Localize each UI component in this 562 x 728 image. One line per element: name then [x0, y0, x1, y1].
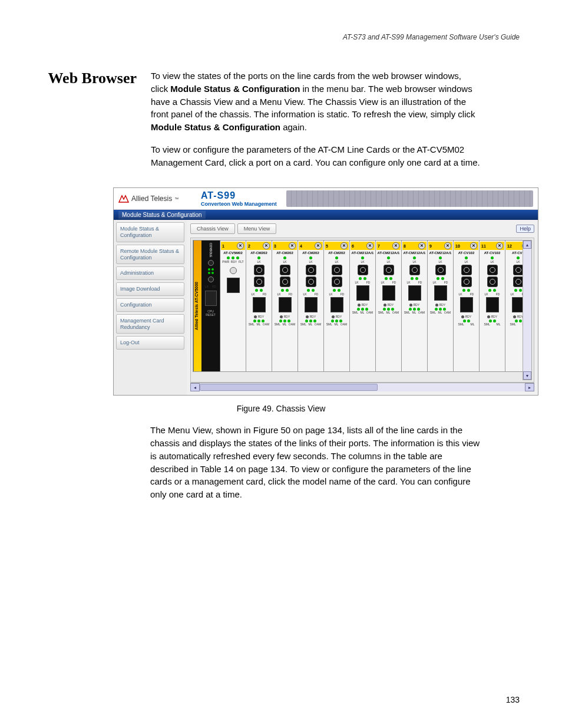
fiber-port-icon[interactable] — [384, 265, 394, 275]
nav-logout[interactable]: Log-Out — [116, 336, 184, 350]
help-button[interactable]: Help — [516, 225, 534, 233]
body-text: To view the states of the ports on the l… — [151, 70, 481, 178]
rj45-port-icon[interactable] — [330, 297, 343, 312]
fan-icon: ✕ — [444, 242, 451, 249]
header-decoration — [286, 190, 533, 207]
vertical-scrollbar[interactable]: ▴ ▾ — [523, 240, 532, 380]
fan-icon: ✕ — [392, 242, 399, 249]
fiber-port-icon[interactable] — [306, 265, 316, 275]
running-header: AT-S73 and AT-S99 Management Software Us… — [42, 33, 520, 41]
status-led-icon — [208, 272, 210, 274]
line-card-slot[interactable]: 9✕ AT-CM212A/1LK LKFD RDY SMLMLOAM — [428, 241, 454, 371]
status-led-icon — [208, 268, 210, 271]
fan-icon: ✕ — [289, 242, 296, 249]
line-card-slot[interactable]: 2✕ AT-CM202LK LKFD RDY SMLMLOAM — [246, 241, 272, 371]
port-icon[interactable] — [227, 278, 240, 293]
fiber-port-icon[interactable] — [332, 276, 342, 287]
rj45-port-icon[interactable] — [460, 297, 473, 312]
fiber-port-icon[interactable] — [435, 265, 446, 275]
chassis-view-container: Allied Telesis AT-CV5000 CONSOLE — [190, 238, 534, 383]
line-card-slot[interactable]: 7✕ AT-CM212A/1LK LKFD RDY SMLMLOAM — [376, 241, 402, 371]
fiber-port-icon[interactable] — [306, 276, 316, 287]
nav-administration[interactable]: Administration — [116, 266, 184, 280]
figure-caption: Figure 49. Chassis View — [42, 404, 520, 413]
rj45-port-icon[interactable] — [382, 285, 395, 301]
paragraph-2: To view or configure the parameters of t… — [151, 143, 481, 169]
tab-menu-view[interactable]: Menu View — [237, 223, 276, 234]
para1-bold1: Module Status & Configuration — [170, 84, 300, 94]
nav-remote-module[interactable]: Remote Module Status & Configuration — [116, 245, 184, 265]
section-heading: Web Browser — [42, 70, 137, 87]
fiber-port-icon[interactable] — [254, 265, 265, 275]
line-card-slot[interactable]: 5✕ AT-CM202LK LKFD RDY SMLMLOAM — [324, 241, 350, 371]
fiber-port-icon[interactable] — [487, 276, 498, 287]
fiber-port-icon[interactable] — [461, 276, 472, 287]
line-card-slot[interactable]: 1✕ AT-CV5M02 PWRRDYFLT — [220, 241, 246, 371]
rj45-port-icon[interactable] — [486, 297, 499, 312]
mgmt-led-icon — [208, 260, 214, 266]
fiber-port-icon[interactable] — [409, 265, 420, 275]
management-slot[interactable]: CONSOLE LKFD CPU RESET — [201, 241, 220, 371]
rj45-port-icon[interactable] — [279, 297, 292, 312]
scroll-right-icon[interactable]: ▸ — [525, 383, 534, 391]
fiber-port-icon[interactable] — [254, 276, 265, 287]
fiber-port-icon[interactable] — [461, 265, 472, 275]
para1-bold2: Module Status & Configuration — [151, 122, 280, 132]
fiber-port-icon[interactable] — [280, 276, 290, 287]
product-title-block: AT-S99 Converteon Web Management — [201, 190, 277, 207]
status-led-icon — [211, 272, 214, 274]
fan-icon: ✕ — [263, 242, 270, 249]
line-card-slot[interactable]: 8✕ AT-CM212A/1LK LKFD RDY SMLMLOAM — [402, 241, 428, 371]
chassis-view-screenshot: Allied Telesis ™ AT-S99 Converteon Web M… — [113, 187, 538, 396]
rj45-port-icon[interactable] — [356, 285, 369, 301]
tab-chassis-view[interactable]: Chassis View — [190, 223, 235, 234]
horizontal-scrollbar[interactable]: ◂ ▸ — [190, 383, 534, 391]
console-label: CONSOLE — [209, 243, 213, 257]
line-card-slot[interactable]: 6✕ AT-CM212A/1LK LKFD RDY SMLMLOAM — [350, 241, 376, 371]
paragraph-1: To view the states of the ports on the l… — [151, 70, 481, 134]
fiber-port-icon[interactable] — [280, 265, 290, 275]
fiber-port-icon[interactable] — [513, 276, 524, 287]
rj45-port-icon[interactable] — [434, 285, 447, 301]
nav-module-status[interactable]: Module Status & Configuration — [116, 222, 184, 242]
fiber-port-icon[interactable] — [487, 265, 498, 275]
rj45-port-icon[interactable] — [253, 297, 266, 312]
fan-icon: ✕ — [340, 242, 348, 249]
line-card-slot[interactable]: 4✕ AT-CM202LK LKFD RDY SMLMLOAM — [298, 241, 324, 371]
mgmt-led-icon — [208, 276, 214, 282]
fan-icon: ✕ — [418, 242, 425, 249]
fan-icon: ✕ — [315, 242, 322, 249]
scroll-left-icon[interactable]: ◂ — [190, 383, 200, 391]
scroll-track[interactable] — [200, 383, 525, 391]
rj45-port-icon[interactable] — [408, 285, 421, 301]
tm-mark: ™ — [174, 197, 178, 201]
menu-bar: Module Status & Configuration — [114, 210, 538, 220]
line-card-slot[interactable]: 10✕ AT-CV102LK LKFD RDY SMLML — [454, 241, 480, 371]
scroll-up-icon[interactable]: ▴ — [523, 241, 531, 249]
rj45-port-icon[interactable] — [305, 297, 318, 312]
product-title: AT-S99 — [201, 190, 277, 201]
scroll-down-icon[interactable]: ▾ — [523, 371, 531, 380]
nav-image-download[interactable]: Image Download — [116, 282, 184, 296]
fiber-port-icon[interactable] — [332, 265, 342, 275]
allied-telesis-icon — [118, 195, 129, 203]
mgmt-port-icon[interactable] — [205, 291, 217, 306]
menu-bar-item[interactable]: Module Status & Configuration — [118, 211, 206, 219]
line-card-slot[interactable]: 11✕ AT-CV102LK LKFD RDY SMLML — [480, 241, 505, 371]
fiber-port-icon[interactable] — [358, 265, 368, 275]
nav-mgmt-redundancy[interactable]: Management Card Redundancy — [116, 314, 184, 334]
status-led-icon — [211, 268, 214, 271]
fan-icon: ✕ — [496, 242, 503, 249]
para1-c: again. — [280, 122, 307, 132]
nav-configuration[interactable]: Configuration — [116, 298, 184, 312]
line-card-slot[interactable]: 3✕ AT-CM202LK LKFD RDY SMLMLOAM — [272, 241, 298, 371]
brand-logo: Allied Telesis ™ — [118, 195, 195, 203]
brand-text: Allied Telesis — [131, 195, 172, 203]
product-subtitle: Converteon Web Management — [201, 201, 277, 207]
fiber-port-icon[interactable] — [513, 265, 524, 275]
page-number: 133 — [506, 695, 520, 704]
scroll-thumb[interactable] — [200, 384, 378, 391]
fan-icon: ✕ — [237, 242, 244, 249]
main-panel: Chassis View Menu View Help Allied Teles… — [187, 220, 538, 395]
fan-icon: ✕ — [366, 242, 373, 249]
